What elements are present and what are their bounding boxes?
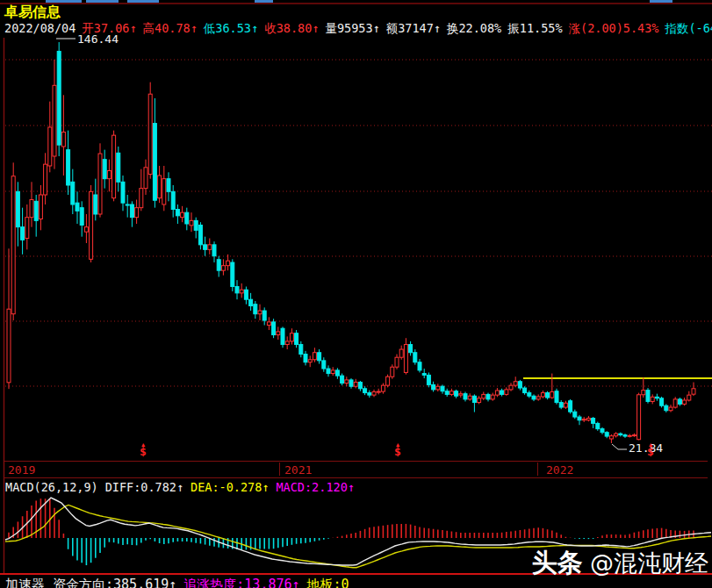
year-separator [279, 463, 280, 476]
macd-params: MACD(26,12,9) [5, 480, 98, 494]
high-price-label: 146.44 [77, 32, 119, 46]
dividend-marker[interactable]: ▲$ [392, 443, 403, 456]
dividend-arrow-icon: ▲ [138, 443, 148, 448]
time-axis[interactable]: 201920212022 [4, 461, 708, 478]
dividend-arrow-icon: ▲ [392, 443, 403, 448]
toutiao-watermark: 头条 @混沌财经 [531, 546, 708, 581]
macd-dea-value: DEA:-0.278↑ [191, 480, 269, 494]
watermark-account: @混沌财经 [582, 549, 708, 577]
macd-value: MACD:2.120↑ [276, 480, 354, 494]
year-label: 2019 [8, 463, 35, 477]
year-separator [537, 463, 538, 476]
watermark-logo: 头条 [531, 548, 582, 577]
dividend-marker[interactable]: ▲$ [645, 443, 656, 456]
fund-direction-value: 加速器 资金方向:385.619↑ [5, 577, 176, 588]
macd-indicator-bar[interactable]: MACD(26,12,9) DIFF:0.782↑ DEA:-0.278↑ MA… [5, 480, 355, 494]
stock-app-window: { "window": { "stock_name": "卓易信息" }, "i… [0, 0, 712, 588]
accelerator-indicator-bar[interactable]: 加速器 资金方向:385.619↑ 追涨热度:13.876↑ 地板:0 [5, 577, 349, 588]
macd-diff-value: DIFF:0.782↑ [105, 480, 183, 494]
dividend-marker[interactable]: ▲$ [138, 443, 148, 456]
year-label: 2022 [546, 463, 573, 477]
year-label: 2021 [284, 463, 312, 477]
floor-value: 地板:0 [307, 577, 349, 588]
chase-heat-value: 追涨热度:13.876↑ [183, 577, 299, 588]
dividend-arrow-icon: ▲ [645, 443, 656, 448]
candlestick-chart[interactable] [0, 0, 712, 588]
